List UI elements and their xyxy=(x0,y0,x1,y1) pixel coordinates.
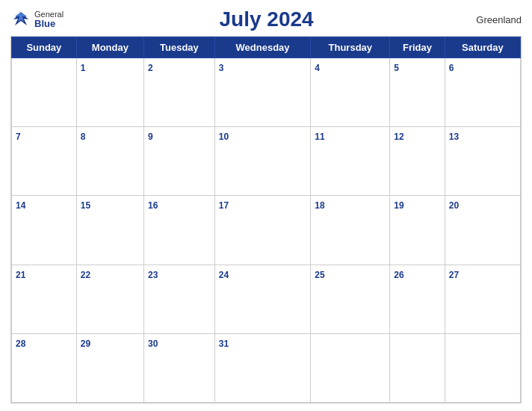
day-cell-23: 23 xyxy=(144,265,215,333)
header-saturday: Saturday xyxy=(445,37,520,58)
header-thursday: Thursday xyxy=(311,37,390,58)
day-cell-14: 14 xyxy=(12,196,77,265)
day-number-11: 11 xyxy=(315,132,324,142)
day-number-2: 2 xyxy=(148,63,153,73)
day-cell-17: 17 xyxy=(214,196,311,265)
day-cell-15: 15 xyxy=(76,196,143,265)
day-number-28: 28 xyxy=(16,339,25,349)
day-cell-13: 13 xyxy=(445,127,520,196)
day-cell-26: 26 xyxy=(390,265,445,333)
week-row-5: 28293031 xyxy=(12,333,521,402)
day-cell-31: 31 xyxy=(214,333,311,402)
day-number-27: 27 xyxy=(449,270,459,280)
weekday-header-row: Sunday Monday Tuesday Wednesday Thursday… xyxy=(12,37,521,58)
logo: General Blue xyxy=(10,9,64,30)
day-number-7: 7 xyxy=(16,132,21,142)
day-number-29: 29 xyxy=(81,339,90,349)
day-number-8: 8 xyxy=(81,132,86,142)
day-number-23: 23 xyxy=(148,270,158,280)
day-cell-2: 2 xyxy=(144,58,215,127)
day-number-15: 15 xyxy=(81,200,90,211)
day-number-25: 25 xyxy=(315,270,324,280)
day-cell-28: 28 xyxy=(12,333,77,402)
day-cell-11: 11 xyxy=(311,127,390,196)
day-number-21: 21 xyxy=(16,270,25,280)
header-monday: Monday xyxy=(76,37,143,58)
day-cell-5: 5 xyxy=(390,58,445,127)
logo-text: General Blue xyxy=(34,10,64,29)
empty-cell-4-4 xyxy=(311,333,390,402)
day-number-19: 19 xyxy=(394,200,403,211)
day-cell-9: 9 xyxy=(144,127,215,196)
day-number-22: 22 xyxy=(81,270,90,280)
day-number-5: 5 xyxy=(394,63,399,73)
day-number-16: 16 xyxy=(148,200,158,211)
empty-cell-4-5 xyxy=(390,333,445,402)
day-cell-8: 8 xyxy=(76,127,143,196)
day-cell-3: 3 xyxy=(214,58,311,127)
day-cell-1: 1 xyxy=(76,58,143,127)
day-number-4: 4 xyxy=(315,63,320,73)
day-cell-25: 25 xyxy=(311,265,390,333)
calendar-grid: Sunday Monday Tuesday Wednesday Thursday… xyxy=(10,36,522,404)
week-row-4: 21222324252627 xyxy=(12,265,521,333)
logo-bird-icon xyxy=(10,9,31,30)
day-cell-24: 24 xyxy=(214,265,311,333)
header-friday: Friday xyxy=(390,37,445,58)
week-row-2: 78910111213 xyxy=(12,127,521,196)
day-number-20: 20 xyxy=(449,200,459,211)
region-label: Greenland xyxy=(469,14,522,25)
day-cell-30: 30 xyxy=(144,333,215,402)
day-number-9: 9 xyxy=(148,132,153,142)
calendar-title: July 2024 xyxy=(64,7,469,31)
day-cell-18: 18 xyxy=(311,196,390,265)
header: General Blue July 2024 Greenland xyxy=(10,7,522,31)
empty-cell-4-6 xyxy=(445,333,520,402)
day-number-24: 24 xyxy=(219,270,229,280)
day-number-31: 31 xyxy=(219,339,229,349)
empty-cell-0-0 xyxy=(12,58,77,127)
header-sunday: Sunday xyxy=(12,37,77,58)
day-number-3: 3 xyxy=(219,63,224,73)
week-row-3: 14151617181920 xyxy=(12,196,521,265)
day-number-10: 10 xyxy=(219,132,229,142)
day-number-12: 12 xyxy=(394,132,403,142)
header-tuesday: Tuesday xyxy=(144,37,215,58)
day-cell-19: 19 xyxy=(390,196,445,265)
day-number-17: 17 xyxy=(219,200,229,211)
day-number-1: 1 xyxy=(81,63,86,73)
day-cell-16: 16 xyxy=(144,196,215,265)
logo-blue: Blue xyxy=(34,19,64,29)
calendar-page: General Blue July 2024 Greenland Sunday … xyxy=(0,0,532,411)
day-number-6: 6 xyxy=(449,63,454,73)
day-cell-6: 6 xyxy=(445,58,520,127)
day-cell-10: 10 xyxy=(214,127,311,196)
week-row-1: 123456 xyxy=(12,58,521,127)
day-number-30: 30 xyxy=(148,339,158,349)
day-cell-29: 29 xyxy=(76,333,143,402)
day-cell-7: 7 xyxy=(12,127,77,196)
day-number-14: 14 xyxy=(16,200,25,211)
day-number-13: 13 xyxy=(449,132,459,142)
day-cell-21: 21 xyxy=(12,265,77,333)
day-cell-20: 20 xyxy=(445,196,520,265)
day-cell-4: 4 xyxy=(311,58,390,127)
day-number-26: 26 xyxy=(394,270,403,280)
header-wednesday: Wednesday xyxy=(214,37,311,58)
day-number-18: 18 xyxy=(315,200,324,211)
day-cell-27: 27 xyxy=(445,265,520,333)
day-cell-22: 22 xyxy=(76,265,143,333)
day-cell-12: 12 xyxy=(390,127,445,196)
